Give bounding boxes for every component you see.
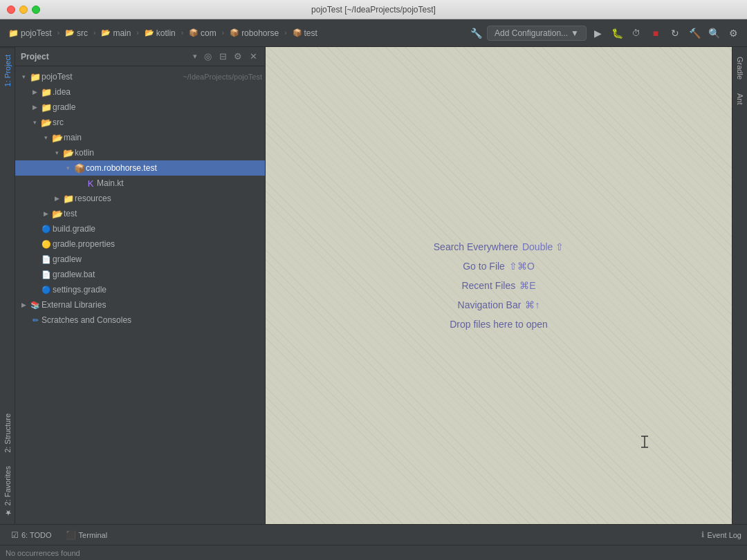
profile-icon[interactable]: ⏱ <box>628 25 645 41</box>
gradle-sync-icon[interactable]: ↻ <box>667 25 683 41</box>
tree-item-gradle-props[interactable]: ▶ 🟡 gradle.properties <box>15 236 265 252</box>
breadcrumb-main[interactable]: 📂 main <box>98 27 133 39</box>
breadcrumb-test[interactable]: 📦 test <box>290 27 320 39</box>
panel-header-icons: ◎ ⊟ ⚙ ✕ <box>201 50 259 63</box>
minimize-button[interactable] <box>19 6 28 14</box>
panel-close-icon[interactable]: ✕ <box>247 50 259 63</box>
hint-text: Search Everywhere <box>434 241 518 252</box>
tree-label: Main.kt <box>97 178 262 188</box>
hint-text: Recent Files <box>461 280 515 291</box>
tree-item-main[interactable]: ▾ 📂 main <box>15 130 265 145</box>
tree-item-test-dir[interactable]: ▶ 📂 test <box>15 206 265 221</box>
status-bar: No occurrences found <box>0 545 747 560</box>
main-area: 1: Project 2: Structure ★ 2: Favorites P… <box>0 47 747 524</box>
event-log-icon: ℹ <box>701 530 704 539</box>
stop-icon[interactable]: ■ <box>647 25 664 41</box>
breadcrumb-sep2: › <box>93 29 95 37</box>
expand-arrow: ▾ <box>40 134 51 141</box>
expand-arrow: ▾ <box>29 119 40 126</box>
tree-label: gradlew <box>53 254 262 264</box>
tree-item-idea[interactable]: ▶ 📁 .idea <box>15 84 265 100</box>
gradle-file-icon: 🔵 <box>40 225 53 234</box>
build-project-icon[interactable]: 🔨 <box>686 25 703 41</box>
tree-item-main-kt[interactable]: ▶ K Main.kt <box>15 176 265 191</box>
sidebar-item-favorites[interactable]: ★ 2: Favorites <box>0 459 15 524</box>
settings-icon[interactable]: ⚙ <box>725 25 741 41</box>
kt-file-icon: K <box>84 178 97 189</box>
close-button[interactable] <box>7 6 15 14</box>
breadcrumb-pojoTest[interactable]: 📁 pojoTest <box>6 27 55 39</box>
tree-label: External Libraries <box>42 300 262 310</box>
sidebar-item-structure[interactable]: 2: Structure <box>0 407 15 460</box>
tree-label: resources <box>75 194 262 203</box>
cursor-indicator <box>640 436 649 448</box>
tree-item-gradle-dir[interactable]: ▶ 📁 gradle <box>15 100 265 115</box>
tree-item-external-libs[interactable]: ▶ 📚 External Libraries <box>15 297 265 312</box>
hint-shortcut: ⌘↑ <box>525 299 540 310</box>
hint-goto-file: Go to File ⇧⌘O <box>463 261 535 272</box>
main-folder-icon: 📂 <box>51 133 64 143</box>
tree-item-settings-gradle[interactable]: ▶ 🔵 settings.gradle <box>15 282 265 297</box>
tree-item-scratches[interactable]: ▶ ✏ Scratches and Consoles <box>15 312 265 328</box>
search-everywhere-icon[interactable]: 🔍 <box>706 25 722 41</box>
todo-icon: ☑ <box>11 530 19 540</box>
project-icon: 📁 <box>8 28 19 38</box>
breadcrumb-label: com <box>201 28 216 38</box>
test-folder-icon: 📂 <box>51 209 64 219</box>
tree-item-pojoTest[interactable]: ▾ 📁 pojoTest ~/IdeaProjects/pojoTest <box>15 69 265 84</box>
project-panel: Project ▾ ◎ ⊟ ⚙ ✕ ▾ 📁 pojoTest ~/IdeaPro… <box>15 47 266 524</box>
locate-icon[interactable]: ◎ <box>201 50 214 63</box>
wrench-icon[interactable]: 🔧 <box>468 25 484 41</box>
tab-todo[interactable]: ☑ 6: TODO <box>6 529 57 541</box>
right-tab-gradle[interactable]: Gradle <box>734 50 746 86</box>
tree-item-gradlew-bat[interactable]: ▶ 📄 gradlew.bat <box>15 267 265 282</box>
breadcrumb-sep3: › <box>136 29 138 37</box>
expand-arrow: ▾ <box>51 149 62 156</box>
tree-item-build-gradle[interactable]: ▶ 🔵 build.gradle <box>15 221 265 236</box>
tree-item-src[interactable]: ▾ 📂 src <box>15 115 265 130</box>
add-configuration-button[interactable]: Add Configuration... ▼ <box>487 26 587 41</box>
folder-icon4: 📦 <box>189 28 199 37</box>
tree-item-resources[interactable]: ▶ 📁 resources <box>15 191 265 206</box>
tree-label: kotlin <box>75 148 262 158</box>
breadcrumb-sep4: › <box>181 29 183 37</box>
src-folder-icon: 📂 <box>40 118 53 128</box>
panel-dropdown-arrow[interactable]: ▾ <box>193 52 197 61</box>
maximize-button[interactable] <box>32 6 40 14</box>
folder-icon5: 📦 <box>230 28 239 37</box>
editor-area[interactable]: Search Everywhere Double ⇧ Go to File ⇧⌘… <box>266 47 732 524</box>
tree-item-kotlin[interactable]: ▾ 📂 kotlin <box>15 145 265 160</box>
breadcrumb-com[interactable]: 📦 com <box>186 27 219 39</box>
run-icon[interactable]: ▶ <box>589 25 606 41</box>
project-folder-icon: 📁 <box>29 72 42 82</box>
folder-icon3: 📂 <box>145 28 154 37</box>
tree-item-gradlew[interactable]: ▶ 📄 gradlew <box>15 252 265 267</box>
props-file-icon: 🟡 <box>40 240 53 249</box>
panel-settings-icon[interactable]: ⚙ <box>232 50 244 63</box>
expand-arrow: ▾ <box>18 73 29 80</box>
status-text: No occurrences found <box>6 549 80 557</box>
tree-item-package[interactable]: ▾ 📦 com.robohorse.test <box>15 160 265 176</box>
breadcrumb-label: robohorse <box>241 28 279 38</box>
expand-arrow: ▶ <box>40 210 51 217</box>
sidebar-item-project[interactable]: 1: Project <box>0 47 15 93</box>
debug-icon[interactable]: 🐛 <box>609 25 625 41</box>
breadcrumb-src[interactable]: 📂 src <box>62 27 91 39</box>
hint-drop-files: Drop files here to open <box>450 319 548 330</box>
toolbar-right: 🔧 Add Configuration... ▼ ▶ 🐛 ⏱ ■ ↻ 🔨 🔍 ⚙ <box>468 25 741 41</box>
left-panel-tabs: 1: Project 2: Structure ★ 2: Favorites <box>0 47 15 524</box>
collapse-all-icon[interactable]: ⊟ <box>216 50 229 63</box>
event-log-label[interactable]: Event Log <box>707 531 741 539</box>
folder-icon: 📁 <box>40 102 53 113</box>
tab-terminal[interactable]: ⬛ Terminal <box>60 529 113 541</box>
right-tab-ant[interactable]: Ant <box>734 86 746 112</box>
hint-shortcut: Double ⇧ <box>522 241 564 252</box>
breadcrumb-robohorse[interactable]: 📦 robohorse <box>227 27 282 39</box>
breadcrumb-label: pojoTest <box>21 28 52 38</box>
tab-label: Terminal <box>79 531 108 539</box>
tree-label: settings.gradle <box>53 285 262 295</box>
breadcrumb-label: test <box>304 28 317 38</box>
tree-label: gradle.properties <box>53 239 262 249</box>
breadcrumb-kotlin[interactable]: 📂 kotlin <box>142 27 178 39</box>
breadcrumb-label: src <box>77 28 88 38</box>
